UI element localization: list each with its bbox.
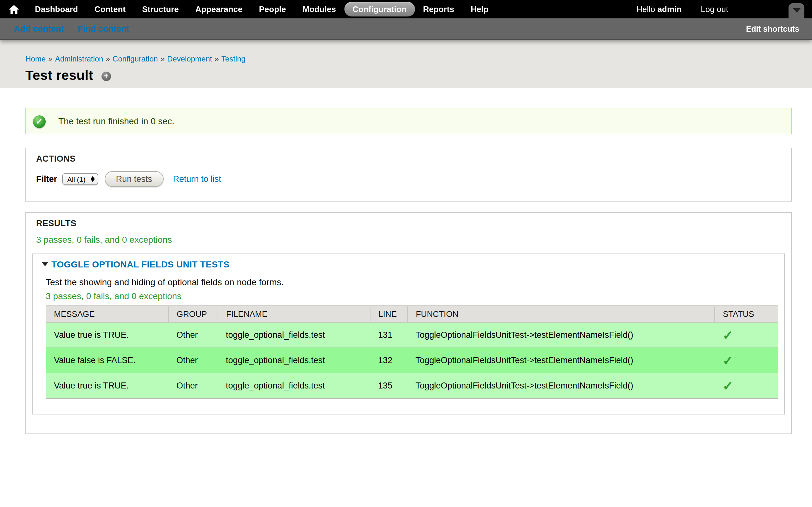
- status-ok-icon: ✓: [33, 115, 46, 128]
- test-group-description: Test the showing and hiding of optional …: [46, 277, 771, 287]
- status-message: ✓ The test run finished in 0 sec.: [26, 108, 792, 134]
- breadcrumb: Home»Administration»Configuration»Develo…: [26, 55, 786, 63]
- add-shortcut-icon[interactable]: +: [101, 72, 111, 81]
- menu-item-configuration[interactable]: Configuration: [344, 2, 415, 16]
- breadcrumb-administration[interactable]: Administration: [55, 55, 103, 63]
- menu-item-people[interactable]: People: [251, 2, 294, 16]
- breadcrumb-development[interactable]: Development: [167, 55, 212, 63]
- home-icon[interactable]: [0, 5, 27, 14]
- menu-item-help[interactable]: Help: [462, 2, 497, 16]
- toolbar-user-area: Hello admin Log out: [626, 4, 737, 14]
- test-group-summary: 3 passes, 0 fails, and 0 exceptions: [46, 291, 771, 301]
- filter-select[interactable]: All (1): [62, 173, 98, 185]
- column-header-line: LINE: [370, 306, 407, 322]
- breadcrumb-separator: »: [46, 55, 55, 63]
- return-to-list-link[interactable]: Return to list: [173, 174, 221, 184]
- table-row: Value true is TRUE. Other toggle_optiona…: [46, 322, 778, 348]
- menu-item-modules[interactable]: Modules: [294, 2, 344, 16]
- chevron-down-icon: [793, 8, 800, 13]
- cell-status: ✓: [714, 373, 778, 398]
- breadcrumb-home[interactable]: Home: [26, 55, 46, 63]
- cell-function: ToggleOptionalFieldsUnitTest->testElemen…: [407, 348, 714, 373]
- filter-label: Filter: [36, 174, 57, 184]
- menu-item-appearance[interactable]: Appearance: [187, 2, 251, 16]
- menu-item-structure[interactable]: Structure: [134, 2, 187, 16]
- actions-fieldset: ACTIONS Filter All (1) Run tests Return …: [26, 148, 792, 202]
- page-title: Test result: [26, 68, 93, 83]
- breadcrumb-testing[interactable]: Testing: [221, 55, 246, 63]
- toolbar-toggle-tab[interactable]: [789, 3, 804, 25]
- breadcrumb-separator: »: [103, 55, 112, 63]
- table-row: Value false is FALSE. Other toggle_optio…: [46, 348, 778, 373]
- user-greeting: Hello admin: [626, 4, 692, 14]
- results-heading: RESULTS: [36, 219, 785, 228]
- table-header-row: MESSAGE GROUP FILENAME LINE FUNCTION STA…: [46, 306, 778, 322]
- cell-message: Value true is TRUE.: [46, 373, 168, 398]
- shortcut-find-content[interactable]: Find content: [71, 24, 136, 34]
- menu-item-reports[interactable]: Reports: [415, 2, 462, 16]
- table-row: Value true is TRUE. Other toggle_optiona…: [46, 373, 778, 398]
- test-group-title-text: TOGGLE OPTIONAL FIELDS UNIT TESTS: [51, 259, 229, 269]
- edit-shortcuts-link[interactable]: Edit shortcuts: [733, 24, 812, 33]
- cell-line: 131: [370, 322, 407, 348]
- collapse-arrow-icon: [42, 262, 48, 266]
- cell-message: Value true is TRUE.: [46, 322, 168, 348]
- column-header-function: FUNCTION: [407, 306, 714, 322]
- greeting-prefix: Hello: [636, 4, 658, 14]
- cell-group: Other: [168, 322, 217, 348]
- breadcrumb-configuration[interactable]: Configuration: [113, 55, 158, 63]
- page-header-band: Home»Administration»Configuration»Develo…: [0, 40, 812, 88]
- breadcrumb-separator: »: [158, 55, 167, 63]
- cell-group: Other: [168, 373, 217, 398]
- pass-check-icon: ✓: [722, 379, 733, 393]
- actions-controls: Filter All (1) Run tests Return to list: [36, 171, 781, 187]
- test-group-fieldset: TOGGLE OPTIONAL FIELDS UNIT TESTS Test t…: [32, 253, 785, 414]
- breadcrumb-separator: »: [212, 55, 221, 63]
- cell-line: 135: [370, 373, 407, 398]
- shortcut-bar: Add content Find content Edit shortcuts: [0, 18, 812, 40]
- drupal-admin-page: Dashboard Content Structure Appearance P…: [0, 0, 812, 507]
- main-content: ✓ The test run finished in 0 sec. ACTION…: [0, 88, 812, 434]
- admin-menu: Dashboard Content Structure Appearance P…: [27, 2, 497, 16]
- cell-group: Other: [168, 348, 217, 373]
- column-header-message: MESSAGE: [46, 306, 168, 322]
- results-table: MESSAGE GROUP FILENAME LINE FUNCTION STA…: [46, 305, 778, 399]
- admin-toolbar: Dashboard Content Structure Appearance P…: [0, 0, 812, 18]
- cell-filename: toggle_optional_fields.test: [217, 348, 370, 373]
- cell-status: ✓: [714, 322, 778, 348]
- column-header-status: STATUS: [714, 306, 778, 322]
- column-header-filename: FILENAME: [217, 306, 370, 322]
- run-tests-button[interactable]: Run tests: [105, 171, 164, 187]
- pass-check-icon: ✓: [722, 353, 733, 367]
- shortcut-add-content[interactable]: Add content: [0, 24, 71, 34]
- test-group-title[interactable]: TOGGLE OPTIONAL FIELDS UNIT TESTS: [42, 259, 775, 269]
- pass-check-icon: ✓: [722, 328, 733, 342]
- cell-status: ✓: [714, 348, 778, 373]
- cell-filename: toggle_optional_fields.test: [217, 373, 370, 398]
- cell-function: ToggleOptionalFieldsUnitTest->testElemen…: [407, 373, 714, 398]
- status-message-text: The test run finished in 0 sec.: [58, 116, 174, 126]
- filter-selected-value: All (1): [67, 175, 85, 183]
- select-arrows-icon: [91, 176, 95, 182]
- cell-line: 132: [370, 348, 407, 373]
- username: admin: [658, 4, 682, 14]
- column-header-group: GROUP: [168, 306, 217, 322]
- results-summary: 3 passes, 0 fails, and 0 exceptions: [36, 234, 785, 245]
- actions-heading: ACTIONS: [36, 154, 781, 164]
- logout-link[interactable]: Log out: [692, 4, 737, 14]
- menu-item-dashboard[interactable]: Dashboard: [27, 2, 86, 16]
- cell-filename: toggle_optional_fields.test: [217, 322, 370, 348]
- menu-item-content[interactable]: Content: [86, 2, 134, 16]
- cell-message: Value false is FALSE.: [46, 348, 168, 373]
- results-fieldset: RESULTS 3 passes, 0 fails, and 0 excepti…: [26, 212, 792, 434]
- cell-function: ToggleOptionalFieldsUnitTest->testElemen…: [407, 322, 714, 348]
